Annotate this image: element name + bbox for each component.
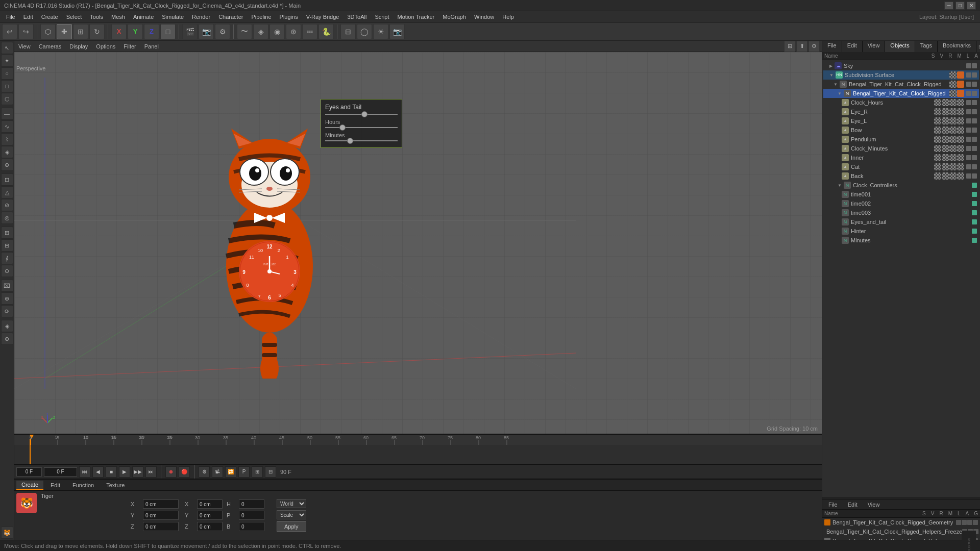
render-active-btn[interactable]: 🎬 [182,24,198,39]
obj-clock-hours[interactable]: ▲ Clock_Hours [823,98,979,107]
sky-btn[interactable]: ◯ [357,24,372,39]
left-tool-17[interactable]: ∮ [1,252,13,264]
subdiv-arrow[interactable] [829,72,835,78]
projection-btn[interactable]: P [238,466,250,478]
vp-menu-view[interactable]: View [16,42,33,51]
left-tool-21[interactable]: ⟳ [1,305,13,317]
hud-slider-3-knob[interactable] [347,138,353,144]
menu-vray[interactable]: V-Ray Bridge [302,13,344,21]
auto-key-button[interactable]: 🔴 [179,466,190,478]
left-tool-12[interactable]: △ [1,186,13,198]
menu-motion-tracker[interactable]: Motion Tracker [394,13,439,21]
apply-button[interactable]: Apply [277,521,306,532]
obj-clock-controllers[interactable]: N Clock_Controllers [823,181,979,190]
rotate-button[interactable]: ↻ [89,24,105,39]
left-tool-24[interactable]: 🐯 [1,527,13,539]
menu-simulate[interactable]: Simulate [158,13,188,21]
left-tool-18[interactable]: ⊙ [1,265,13,277]
h-input[interactable] [239,499,264,509]
left-tool-16[interactable]: ⊟ [1,239,13,252]
floor-btn[interactable]: ⊟ [340,24,356,39]
cc-arrow[interactable] [838,183,843,188]
obj-subdiv[interactable]: HN Subdivision Surface [823,70,979,80]
python-btn[interactable]: 🐍 [318,24,334,39]
right-tab-view[interactable]: View [863,41,886,52]
left-tool-4[interactable]: □ [1,80,13,92]
vp-layout-icon[interactable]: ⬆ [796,41,807,52]
vp-menu-options[interactable]: Options [94,42,117,51]
obj-time002[interactable]: N time002 [823,199,979,208]
redo-button[interactable]: ↪ [18,24,34,39]
p-input[interactable] [239,511,264,520]
viewport-inner[interactable]: Perspective [14,52,822,434]
sky-arrow[interactable] [829,63,834,68]
right-tab-objects[interactable]: Objects [885,41,915,52]
coord-mode-select[interactable]: Scale Size [277,510,306,519]
left-tool-11[interactable]: ⊡ [1,173,13,186]
left-tool-5[interactable]: ⬡ [1,93,13,105]
start-frame-input[interactable] [16,467,42,477]
menu-edit[interactable]: Edit [19,13,37,21]
camera-btn[interactable]: 📷 [389,24,405,39]
obj-hinter[interactable]: N Hinter [823,227,979,236]
obj-back[interactable]: ▲ Back [823,171,979,181]
playback-settings-btn[interactable]: ⚙ [199,466,210,478]
vp-menu-panel[interactable]: Panel [142,42,161,51]
timeline-ruler[interactable]: 0 5 10 15 20 25 [14,435,822,445]
tab-create[interactable]: Create [16,481,43,490]
vp-menu-filter[interactable]: Filter [121,42,138,51]
y-axis-btn[interactable]: Y [128,24,143,39]
go-start-button[interactable]: ⏮ [79,466,90,478]
x-pos-input[interactable] [143,499,179,509]
hud-slider-1-knob[interactable] [361,111,368,117]
left-tool-14[interactable]: ◎ [1,212,13,224]
menu-window[interactable]: Window [470,13,498,21]
obj-eye-r[interactable]: ▲ Eye_R [823,107,979,116]
left-tool-19[interactable]: ⌧ [1,280,13,292]
menu-mograph[interactable]: MoGraph [438,13,470,21]
vp-settings-icon[interactable]: ⚙ [808,41,820,52]
maximize-button[interactable]: □ [955,2,965,10]
hair-btn[interactable]: 𝌅 [302,24,317,39]
texture-tool-btn[interactable]: ◉ [270,24,285,39]
obj-sky[interactable]: ☁ Sky [823,61,979,70]
menu-script[interactable]: Script [371,13,393,21]
br-obj-geometry[interactable]: Bengal_Tiger_Kit_Cat_Clock_Rigged_Geomet… [822,518,980,527]
right-tab-file[interactable]: File [822,41,842,52]
obj-time003[interactable]: N time003 [823,208,979,217]
xpresso-btn[interactable]: ⊕ [286,24,301,39]
vp-menu-display[interactable]: Display [67,42,90,51]
obj-clock-minutes[interactable]: ▲ Clock_Minutes [823,144,979,153]
obj-minutes[interactable]: N Minutes [823,236,979,245]
stop-button[interactable]: ■ [106,466,117,478]
b-input[interactable] [239,522,264,531]
menu-pipeline[interactable]: Pipeline [247,13,275,21]
menu-render[interactable]: Render [188,13,214,21]
menu-mesh[interactable]: Mesh [107,13,129,21]
left-tool-2[interactable]: ✦ [1,55,13,67]
menu-select[interactable]: Select [62,13,86,21]
z-axis-btn[interactable]: Z [144,24,159,39]
y-pos-input[interactable] [143,511,179,520]
right-tab-edit[interactable]: Edit [842,41,863,52]
br-obj-helpers-freeze[interactable]: Bengal_Tiger_Kit_Cat_Clock_Rigged_Helper… [822,527,980,536]
br-tab-edit[interactable]: Edit [844,501,862,508]
go-end-button[interactable]: ⏭ [145,466,157,478]
br-tab-file[interactable]: File [824,501,842,508]
left-tool-10[interactable]: ⊕ [1,159,13,171]
left-tool-20[interactable]: ⊛ [1,292,13,305]
obj-bengal-2[interactable]: N Bengal_Tiger_Kit_Cat_Clock_Rigged [823,89,979,98]
hud-slider-2-knob[interactable] [339,124,346,131]
x-size-input[interactable] [197,499,223,509]
hud-slider-1[interactable] [325,114,398,115]
obj-eyes-tail[interactable]: N Eyes_and_tail [823,217,979,227]
menu-tools[interactable]: Tools [86,13,107,21]
tab-function[interactable]: Function [67,481,99,489]
left-tool-13[interactable]: ⊘ [1,199,13,211]
left-tool-15[interactable]: ⊞ [1,227,13,239]
close-button[interactable]: ✕ [967,2,976,10]
menu-animate[interactable]: Animate [129,13,158,21]
undo-button[interactable]: ↩ [2,24,17,39]
preview-btn[interactable]: 📽 [212,466,223,478]
vp-fullscreen-icon[interactable]: ⊞ [784,41,795,52]
